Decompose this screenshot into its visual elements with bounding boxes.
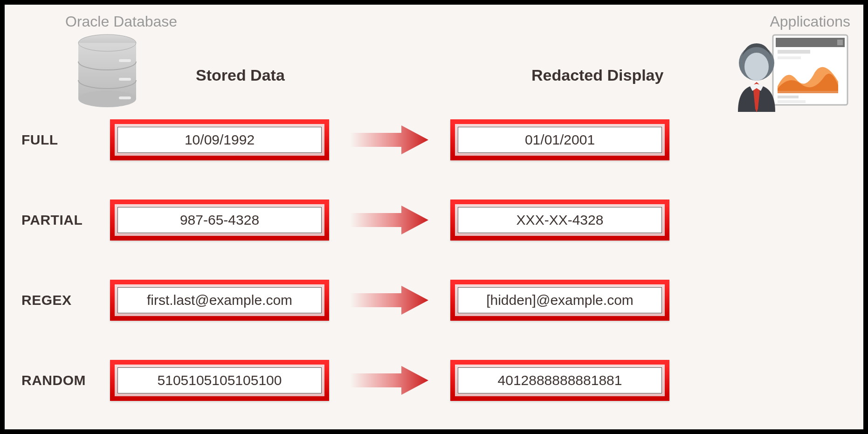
stored-value: first.last@example.com (117, 287, 322, 313)
svg-rect-12 (778, 96, 799, 98)
row-partial: PARTIAL 987-65-4328 (21, 200, 847, 241)
svg-rect-6 (119, 96, 131, 99)
arrow-cell (329, 364, 450, 397)
svg-rect-11 (778, 56, 801, 59)
arrow-icon (350, 124, 429, 156)
arrow-icon (350, 364, 429, 397)
svg-rect-10 (778, 50, 810, 54)
arrow-cell (329, 124, 450, 156)
svg-point-15 (744, 53, 769, 81)
row-label-random: RANDOM (21, 372, 110, 388)
row-full: FULL 10/09/1992 (21, 119, 847, 160)
arrow-icon (350, 204, 429, 236)
redacted-box: 01/01/2001 (450, 119, 669, 160)
stored-box: first.last@example.com (110, 280, 329, 321)
row-random: RANDOM 5105105105105100 (21, 360, 847, 401)
redacted-value: XXX-XX-4328 (458, 207, 662, 233)
diagram-frame: Oracle Database Applications (0, 0, 868, 434)
source-label: Oracle Database (65, 13, 177, 30)
row-regex: REGEX first.last@example.com (21, 280, 847, 321)
arrow-cell (329, 204, 450, 236)
redacted-box: 4012888888881881 (450, 360, 669, 401)
arrow-cell (329, 284, 450, 317)
svg-rect-5 (119, 78, 131, 81)
redacted-value: 01/01/2001 (458, 127, 662, 153)
svg-rect-13 (778, 100, 806, 103)
stored-value: 987-65-4328 (117, 207, 322, 233)
row-label-full: FULL (21, 132, 110, 148)
diagram-canvas: Oracle Database Applications (5, 5, 863, 429)
svg-rect-9 (837, 40, 843, 45)
stored-value: 5105105105105100 (117, 367, 322, 393)
arrow-icon (350, 284, 429, 317)
target-label: Applications (770, 13, 850, 30)
stored-box: 10/09/1992 (110, 119, 329, 160)
stored-box: 5105105105105100 (110, 360, 329, 401)
database-icon (75, 34, 140, 108)
redacted-value: [hidden]@example.com (458, 287, 662, 313)
applications-icon (731, 30, 852, 119)
stored-value: 10/09/1992 (117, 127, 322, 153)
redacted-box: XXX-XX-4328 (450, 200, 669, 241)
svg-rect-8 (776, 38, 845, 47)
stored-box: 987-65-4328 (110, 200, 329, 241)
redacted-box: [hidden]@example.com (450, 280, 669, 321)
stored-data-header: Stored Data (196, 66, 285, 84)
redacted-display-header: Redacted Display (531, 66, 663, 84)
redaction-rows: FULL 10/09/1992 (21, 119, 847, 420)
row-label-regex: REGEX (21, 292, 110, 308)
redacted-value: 4012888888881881 (458, 367, 662, 393)
svg-rect-4 (119, 59, 131, 62)
row-label-partial: PARTIAL (21, 212, 110, 228)
